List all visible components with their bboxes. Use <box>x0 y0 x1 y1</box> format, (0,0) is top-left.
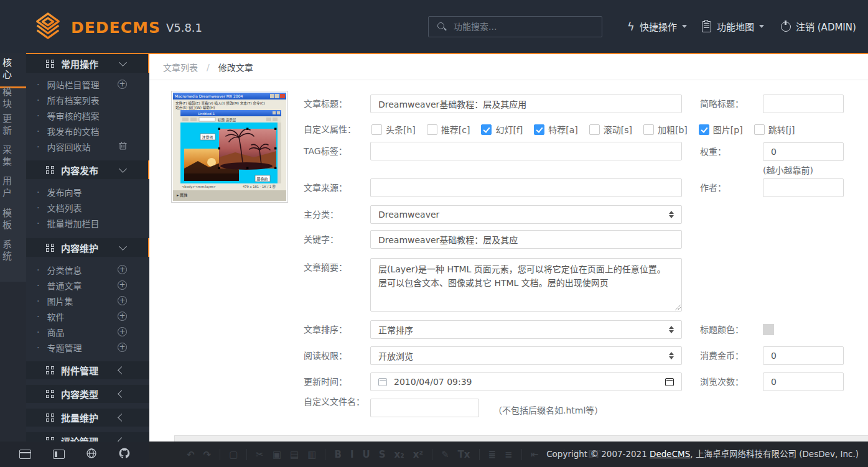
editor-toolbar-icon[interactable]: ≣ <box>488 449 497 460</box>
plus-circle-icon[interactable]: + <box>118 343 127 352</box>
rail-item-users[interactable]: 用户 <box>0 176 26 200</box>
menu-group-common-operations[interactable]: 常用操作 <box>26 54 149 73</box>
plus-circle-icon[interactable]: + <box>118 280 127 290</box>
editor-toolbar-icon[interactable]: ↷ <box>203 449 212 460</box>
rail-item-update[interactable]: 更新 <box>0 114 26 137</box>
rail-item-system[interactable]: 系统 <box>0 239 26 263</box>
editor-toolbar-icon[interactable]: ✂ <box>256 449 264 460</box>
attr-headline[interactable]: 头条[h] <box>371 123 416 136</box>
plus-circle-icon[interactable]: + <box>118 80 127 89</box>
globe-icon[interactable] <box>86 448 97 461</box>
menu-item-recycle-bin[interactable]: · 内容回收站 <box>26 139 149 154</box>
menu-group-batch-maintain[interactable]: 批量维护 <box>26 409 149 427</box>
plus-circle-icon[interactable]: + <box>118 327 127 336</box>
menu-item-publish-wizard[interactable]: · 发布向导 <box>26 184 149 200</box>
update-time-input[interactable]: 2010/04/07 09:39 <box>370 372 682 391</box>
filename-input[interactable] <box>370 399 479 417</box>
menu-item-image-gallery[interactable]: · 图片集 + <box>26 293 149 308</box>
editor-toolbar-icon[interactable]: S <box>379 449 386 460</box>
attr-scroll[interactable]: 滚动[s] <box>589 123 632 136</box>
sidebar-toggle-icon[interactable] <box>53 450 65 459</box>
keywords-input[interactable] <box>370 230 682 249</box>
menu-item-classified-info[interactable]: · 分类信息 + <box>26 262 149 277</box>
weight-input[interactable] <box>763 142 844 161</box>
category-select[interactable]: Dreamweaver <box>370 205 682 224</box>
checkbox-checked[interactable] <box>534 124 544 135</box>
editor-toolbar-icon[interactable]: x₂ <box>394 449 404 460</box>
title-color-swatch[interactable] <box>763 324 774 335</box>
editor-toolbar-icon[interactable]: ▤ <box>290 449 299 460</box>
editor-toolbar-icon[interactable]: ✎ <box>441 449 449 460</box>
search-input[interactable] <box>452 21 602 32</box>
attr-special[interactable]: 特荐[a] <box>534 123 578 136</box>
menu-item-software[interactable]: · 软件 + <box>26 308 149 324</box>
article-thumbnail-image[interactable]: Macromedia Dreamweaver MX 2004 文件(F) 编辑(… <box>171 91 288 203</box>
title-input[interactable] <box>370 95 682 113</box>
window-icon[interactable] <box>19 450 31 459</box>
menu-group-comments[interactable]: 评论管理 <box>26 432 149 442</box>
menu-group-attachments[interactable]: 附件管理 <box>26 361 149 379</box>
source-input[interactable] <box>370 178 682 197</box>
rail-item-template[interactable]: 模板 <box>0 208 26 232</box>
rail-item-core[interactable]: 核心 <box>0 53 26 88</box>
feature-map-menu[interactable]: 功能地图 <box>702 0 764 53</box>
trash-icon[interactable] <box>119 141 127 152</box>
editor-toolbar-icon[interactable]: ▢ <box>229 449 238 460</box>
rail-item-collect[interactable]: 采集 <box>0 145 26 169</box>
coins-input[interactable] <box>763 346 844 365</box>
attr-slideshow[interactable]: 幻灯[f] <box>481 123 523 136</box>
checkbox-checked[interactable] <box>699 124 709 135</box>
editor-toolbar-icon[interactable]: ▣ <box>273 449 281 460</box>
editor-toolbar-icon[interactable]: I <box>350 449 354 460</box>
github-icon[interactable] <box>119 448 130 461</box>
checkbox-unchecked[interactable] <box>427 124 437 135</box>
attr-bold[interactable]: 加粗[b] <box>643 123 688 136</box>
summary-textarea[interactable]: 层(Layer)是一种 HTML 页面元素，您可以将它定位在页面上的任意位置。层… <box>370 258 682 312</box>
quick-actions-menu[interactable]: ϟ 快捷操作 <box>627 0 687 53</box>
breadcrumb-article-list[interactable]: 文章列表 <box>163 61 198 73</box>
function-search[interactable] <box>428 16 602 37</box>
read-access-select[interactable]: 开放浏览 <box>370 346 682 365</box>
plus-circle-icon[interactable]: + <box>118 296 127 305</box>
editor-toolbar-icon[interactable]: U <box>363 449 370 460</box>
calendar-picker-icon[interactable] <box>665 378 674 386</box>
editor-toolbar-icon[interactable]: ⇤ <box>531 449 539 460</box>
dedecms-link[interactable]: DedeCMS <box>650 449 690 459</box>
logout-button[interactable]: 注销 (ADMIN) <box>781 0 856 53</box>
sort-select[interactable]: 正常排序 <box>370 320 682 339</box>
attr-jump[interactable]: 跳转[j] <box>754 123 795 136</box>
textarea-resize-grip[interactable] <box>674 304 681 310</box>
attr-image[interactable]: 图片[p] <box>699 123 743 136</box>
menu-item-site-columns[interactable]: · 网站栏目管理 + <box>26 76 149 92</box>
editor-toolbar-icon[interactable]: ≡ <box>505 449 513 460</box>
views-input[interactable] <box>763 372 844 391</box>
checkbox-unchecked[interactable] <box>371 124 382 135</box>
menu-item-batch-add-columns[interactable]: · 批量增加栏目 <box>26 215 149 231</box>
checkbox-unchecked[interactable] <box>643 124 654 135</box>
plus-circle-icon[interactable]: + <box>118 312 127 321</box>
menu-item-my-documents[interactable]: · 我发布的文档 <box>26 123 149 139</box>
menu-item-special-topics[interactable]: · 专题管理 + <box>26 340 149 355</box>
menu-item-normal-article[interactable]: · 普通文章 + <box>26 277 149 293</box>
plus-circle-icon[interactable]: + <box>118 265 127 274</box>
tag-input[interactable] <box>370 142 682 160</box>
author-input[interactable] <box>763 178 844 197</box>
menu-group-content-types[interactable]: 内容类型 <box>26 385 149 403</box>
menu-group-content-publish[interactable]: 内容发布 <box>26 160 149 179</box>
editor-toolbar-icon[interactable]: B <box>334 449 341 460</box>
brand[interactable]: DEDECMS V5.8.1 <box>34 12 202 43</box>
menu-item-document-list[interactable]: · 文档列表 <box>26 200 149 215</box>
checkbox-unchecked[interactable] <box>754 124 765 135</box>
menu-item-all-archives[interactable]: · 所有档案列表 <box>26 92 149 108</box>
short-title-input[interactable] <box>763 95 844 113</box>
editor-toolbar-icon[interactable]: ↶ <box>187 449 195 460</box>
checkbox-checked[interactable] <box>481 124 492 135</box>
editor-toolbar-icon[interactable]: x² <box>413 449 423 460</box>
menu-item-pending-archives[interactable]: · 等审核的档案 <box>26 108 149 123</box>
menu-group-content-maintain[interactable]: 内容维护 <box>26 238 149 257</box>
rail-item-modules[interactable]: 模块 <box>0 87 26 111</box>
editor-toolbar-icon[interactable]: ▥ <box>307 449 316 460</box>
checkbox-unchecked[interactable] <box>589 124 600 135</box>
menu-item-product[interactable]: · 商品 + <box>26 324 149 340</box>
editor-toolbar-icon[interactable]: Tx <box>458 449 470 460</box>
